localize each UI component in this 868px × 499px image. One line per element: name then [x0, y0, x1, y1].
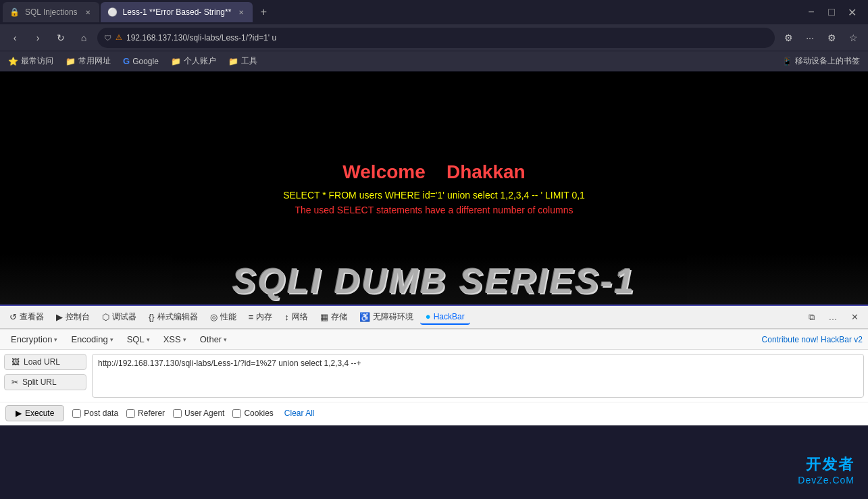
- referer-text: Referer: [138, 409, 165, 418]
- execute-button[interactable]: ▶ Execute: [5, 405, 64, 421]
- accessibility-icon: ♿: [359, 312, 370, 322]
- nav-bar: ‹ › ↻ ⌂ 🛡 ⚠ 192.168.137.130/sqli-labs/Le…: [0, 24, 868, 51]
- contribute-text[interactable]: Contribute now! HackBar v2: [762, 335, 863, 344]
- devtool-label: 内存: [256, 311, 272, 323]
- cookies-checkbox[interactable]: [232, 409, 241, 418]
- devtool-label: 样式编辑器: [157, 311, 198, 323]
- cookies-text: Cookies: [244, 409, 273, 418]
- hackbar-menu-sql[interactable]: SQL ▾: [122, 332, 155, 346]
- network-icon: ↕: [284, 312, 289, 322]
- referer-checkbox[interactable]: [126, 409, 135, 418]
- post-data-checkbox[interactable]: [72, 409, 81, 418]
- tab-sql-injections[interactable]: 🔒 SQL Injections ✕: [3, 2, 99, 22]
- bookmark-item-google[interactable]: G Google: [120, 55, 161, 68]
- hackbar-circle-icon: ●: [426, 311, 431, 321]
- minimize-button[interactable]: −: [803, 6, 819, 19]
- referer-checkbox-label[interactable]: Referer: [126, 409, 165, 418]
- devtool-performance[interactable]: ◎ 性能: [205, 309, 242, 325]
- clear-all-button[interactable]: Clear All: [284, 409, 315, 418]
- bookmark-item-most-visited[interactable]: ⭐ 最常访问: [5, 54, 56, 68]
- close-button[interactable]: ✕: [844, 6, 860, 19]
- maximize-button[interactable]: □: [823, 6, 840, 19]
- devtool-style-editor[interactable]: {} 样式编辑器: [143, 309, 203, 325]
- encoding-arrow-icon: ▾: [110, 336, 113, 343]
- devtool-label: HackBar: [434, 312, 465, 321]
- welcome-heading: Welcome Dhakkan: [342, 161, 525, 183]
- load-url-button[interactable]: 🖼 Load URL: [4, 354, 86, 370]
- devtools-bar: ↺ 查看器 ▶ 控制台 ⬡ 调试器 {} 样式编辑器 ◎ 性能 ≡ 内存 ↕ 网…: [0, 305, 868, 329]
- devtool-storage[interactable]: ▦ 存储: [315, 309, 353, 325]
- sqli-banner: SQLI DUMB SERIES-1: [0, 254, 868, 305]
- hackbar-menu-xss[interactable]: XSS ▾: [158, 332, 192, 346]
- devtools-more-icon[interactable]: …: [823, 308, 842, 327]
- execute-label: Execute: [25, 409, 54, 418]
- security-shield-icon: 🛡: [104, 34, 111, 42]
- devze-line2: DevZe.CoM: [798, 475, 854, 485]
- cookies-checkbox-label[interactable]: Cookies: [232, 409, 273, 418]
- bookmark-item-tools[interactable]: 📁 工具: [226, 54, 260, 68]
- nav-right-icons: ⚙ ··· ⚙ ☆: [779, 28, 863, 47]
- extensions-icon[interactable]: ⚙: [779, 28, 798, 47]
- tab-close-2[interactable]: ✕: [236, 7, 246, 17]
- google-icon: G: [123, 56, 130, 66]
- folder-icon-3: 📁: [228, 57, 238, 66]
- devtool-memory[interactable]: ≡ 内存: [243, 309, 278, 325]
- devtool-label: 调试器: [112, 311, 136, 323]
- new-tab-button[interactable]: +: [254, 3, 273, 22]
- encryption-label: Encryption: [11, 334, 52, 344]
- bookmark-item-account[interactable]: 📁 个人账户: [168, 54, 219, 68]
- user-agent-checkbox[interactable]: [173, 409, 182, 418]
- devze-watermark: 开发者 DevZe.CoM: [798, 454, 854, 485]
- devtools-close-icon[interactable]: ✕: [845, 308, 864, 327]
- post-data-checkbox-label[interactable]: Post data: [72, 409, 118, 418]
- devtool-label: 控制台: [66, 311, 90, 323]
- split-url-label: Split URL: [22, 377, 57, 387]
- sql-query-display: SELECT * FROM users WHERE id='1' union s…: [283, 190, 585, 201]
- reload-button[interactable]: ↻: [51, 28, 70, 47]
- bookmark-item-common[interactable]: 📁 常用网址: [63, 54, 113, 68]
- address-bar[interactable]: 🛡 ⚠ 192.168.137.130/sqli-labs/Less-1/?id…: [97, 28, 775, 48]
- load-url-icon: 🖼: [11, 357, 20, 367]
- bookmark-star-icon[interactable]: ☆: [844, 28, 863, 47]
- welcome-word: Welcome: [342, 161, 425, 182]
- tab-less1[interactable]: ⚪ Less-1 **Error Based- String** ✕: [101, 2, 253, 22]
- encryption-arrow-icon: ▾: [54, 336, 57, 343]
- tab-close-1[interactable]: ✕: [83, 7, 93, 17]
- execute-play-icon: ▶: [16, 409, 22, 418]
- hackbar-panel: Encryption ▾ Encoding ▾ SQL ▾ XSS ▾ Othe…: [0, 329, 868, 425]
- forward-button[interactable]: ›: [28, 28, 47, 47]
- devtool-debugger[interactable]: ⬡ 调试器: [97, 309, 142, 325]
- devtool-console[interactable]: ▶ 控制台: [51, 309, 95, 325]
- mobile-bookmarks[interactable]: 📱 移动设备上的书签: [780, 54, 863, 68]
- back-button[interactable]: ‹: [5, 28, 24, 47]
- devtools-popout-icon[interactable]: ⧉: [802, 308, 821, 327]
- other-label: Other: [200, 334, 222, 344]
- split-url-button[interactable]: ✂ Split URL: [4, 374, 86, 390]
- storage-icon: ▦: [320, 312, 328, 322]
- folder-icon-2: 📁: [171, 57, 181, 66]
- hackbar-menu-other[interactable]: Other ▾: [195, 332, 233, 346]
- url-input-area[interactable]: http://192.168.137.130/sqli-labs/Less-1/…: [92, 354, 864, 398]
- devze-line1: 开发者: [798, 454, 854, 475]
- gear-icon[interactable]: ⚙: [822, 28, 841, 47]
- devtool-label: 无障碍环境: [373, 311, 413, 323]
- other-arrow-icon: ▾: [224, 336, 227, 343]
- encoding-label: Encoding: [71, 334, 107, 344]
- devtool-network[interactable]: ↕ 网络: [279, 309, 313, 325]
- window-controls: − □ ✕: [803, 6, 865, 19]
- inspector-icon: ↺: [9, 312, 17, 322]
- hackbar-menu-encryption[interactable]: Encryption ▾: [5, 332, 63, 346]
- more-icon[interactable]: ···: [800, 28, 819, 47]
- bookmark-label: 工具: [241, 55, 257, 67]
- devtool-hackbar[interactable]: ● HackBar: [420, 309, 470, 325]
- post-data-text: Post data: [84, 409, 118, 418]
- hackbar-menu-encoding[interactable]: Encoding ▾: [66, 332, 118, 346]
- bookmark-label: 个人账户: [184, 55, 216, 67]
- devtool-label: 存储: [331, 311, 347, 323]
- user-agent-checkbox-label[interactable]: User Agent: [173, 409, 224, 418]
- devtool-inspector[interactable]: ↺ 查看器: [4, 309, 49, 325]
- home-button[interactable]: ⌂: [74, 28, 93, 47]
- star-icon: ⭐: [8, 57, 18, 66]
- devtool-accessibility[interactable]: ♿ 无障碍环境: [354, 309, 419, 325]
- console-icon: ▶: [56, 312, 63, 322]
